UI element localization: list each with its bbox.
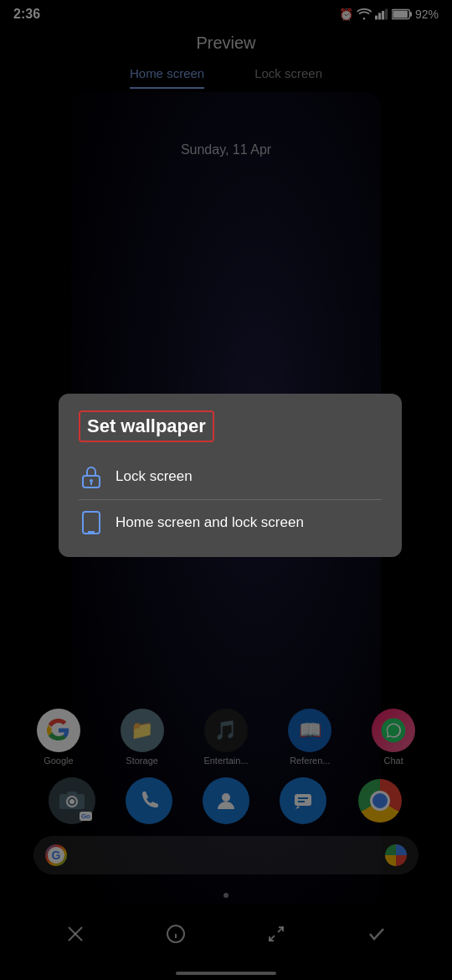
home-and-lock-option[interactable]: Home screen and lock screen [79, 502, 382, 544]
dialog-divider [79, 499, 382, 500]
phone-screen-icon [79, 510, 104, 535]
lock-screen-label: Lock screen [116, 468, 193, 485]
lock-icon [79, 464, 104, 489]
svg-rect-19 [83, 512, 100, 534]
dialog-title: Set wallpaper [79, 410, 214, 442]
home-lock-screen-label: Home screen and lock screen [116, 514, 304, 531]
set-wallpaper-dialog: Set wallpaper Lock screen Home screen an… [59, 394, 402, 557]
svg-point-17 [90, 479, 93, 482]
lock-screen-option[interactable]: Lock screen [79, 456, 382, 498]
